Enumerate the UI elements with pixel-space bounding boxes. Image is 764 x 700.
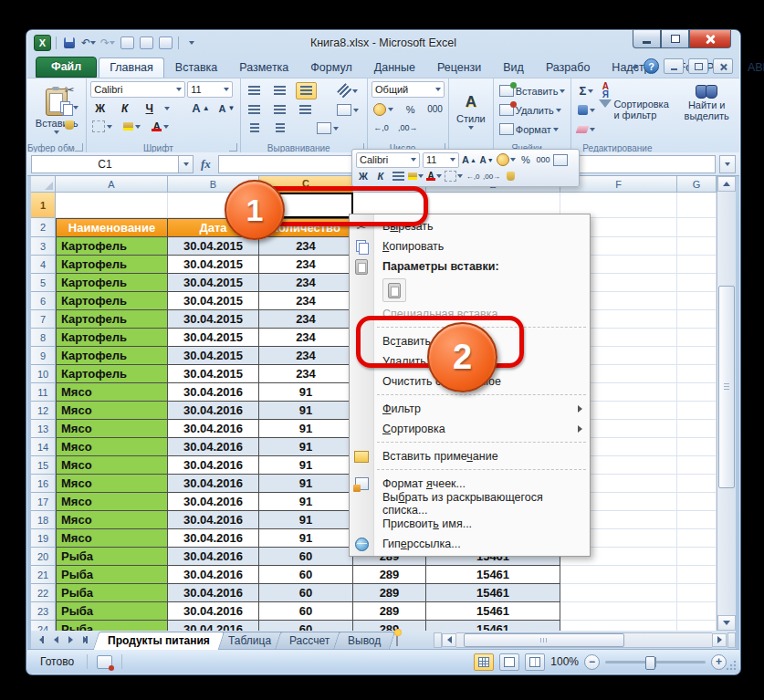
cell-g-3[interactable] (677, 237, 717, 256)
insert-worksheet-tab[interactable] (396, 632, 420, 648)
cell-g-21[interactable] (677, 566, 717, 584)
cell-f-21[interactable] (560, 566, 677, 584)
cell-date-21[interactable]: 30.04.2016 (168, 566, 259, 584)
zoom-level[interactable]: 100% (550, 655, 579, 668)
underline-button[interactable]: Ч (140, 100, 159, 116)
ribbon-tab-главная[interactable]: Главная (99, 57, 164, 78)
shrink-font-button[interactable]: А▼ (217, 100, 237, 116)
find-select-button[interactable]: Найти и выделить (677, 99, 736, 121)
cell-g-6[interactable] (677, 292, 717, 310)
row-header-9[interactable]: 9 (31, 347, 56, 365)
scroll-right-button[interactable] (712, 633, 727, 647)
cell-g-11[interactable] (677, 383, 717, 402)
mini-font-combo[interactable]: Calibri (356, 152, 420, 168)
scroll-up-button[interactable] (717, 176, 736, 192)
cell-qty-10[interactable]: 234 (259, 365, 353, 383)
menu-item-сортировка[interactable]: Сортировка (350, 419, 590, 439)
cell-date-8[interactable]: 30.04.2015 (168, 329, 259, 347)
cell-name-8[interactable]: Картофель (56, 329, 168, 347)
menu-item-гиперссылка[interactable]: Гиперссылка... (350, 534, 590, 554)
autosum-button[interactable]: Σ (575, 83, 597, 99)
cell-date-7[interactable]: 30.04.2015 (168, 310, 259, 329)
cell-date-13[interactable]: 30.04.2016 (168, 420, 259, 438)
cell-name-11[interactable]: Мясо (56, 383, 168, 402)
minimize-ribbon-icon[interactable] (632, 64, 639, 68)
grow-font-button[interactable]: А▲ (190, 100, 211, 116)
mini-font-color-button[interactable]: А (426, 169, 442, 183)
number-format-combo[interactable]: Общий (372, 81, 445, 98)
dialog-launcher-icon[interactable] (75, 143, 83, 151)
row-header-18[interactable]: 18 (31, 511, 56, 529)
cell-date-11[interactable]: 30.04.2016 (168, 383, 259, 402)
last-sheet-button[interactable] (78, 633, 92, 647)
cell-qty-21[interactable]: 60 (259, 566, 353, 584)
normal-view-button[interactable] (474, 653, 494, 671)
ribbon-tab-разрабо[interactable]: Разрабо (535, 57, 601, 78)
cell-date-14[interactable]: 30.04.2016 (168, 438, 259, 456)
mini-fill-color-button[interactable] (408, 169, 424, 183)
cell-qty-14[interactable]: 91 (259, 438, 353, 456)
cut-button[interactable]: ✂ (58, 82, 80, 98)
page-layout-view-button[interactable] (499, 653, 519, 671)
cell-g1[interactable] (677, 193, 717, 218)
mini-center-button[interactable] (391, 169, 405, 183)
sort-filter-button[interactable]: Сортировка и фильтр (613, 99, 670, 120)
macro-record-button[interactable] (97, 655, 112, 669)
custom-qat-button-1[interactable] (119, 36, 135, 51)
increase-indent-button[interactable] (270, 120, 289, 136)
vertical-scroll-thumb[interactable] (718, 286, 735, 488)
cell-name-21[interactable]: Рыба (56, 566, 168, 584)
cell-g-16[interactable] (677, 475, 717, 493)
menu-item-присвоить-имя[interactable]: Присвоить имя... (350, 514, 590, 534)
cell-f-23[interactable] (560, 602, 677, 621)
merge-center-button[interactable] (315, 120, 340, 136)
ribbon-tab-вставка[interactable]: Вставка (164, 57, 228, 78)
cell-date-19[interactable]: 30.04.2016 (168, 529, 259, 548)
menu-item-фильтр[interactable]: Фильтр (350, 399, 590, 419)
format-cells-button[interactable]: Формат (497, 121, 568, 137)
comma-style-button[interactable]: 000 (425, 101, 445, 117)
cell-date-9[interactable]: 30.04.2015 (168, 347, 259, 365)
clear-button[interactable] (575, 121, 597, 137)
row-header-11[interactable]: 11 (31, 383, 56, 402)
ribbon-tab-разметка[interactable]: Разметка (228, 57, 299, 78)
mini-increase-decimal-button[interactable]: ←,0 (466, 169, 480, 183)
save-button[interactable] (61, 36, 78, 51)
cell-date-23[interactable]: 30.04.2016 (168, 602, 259, 621)
cell-qty-16[interactable]: 91 (259, 475, 353, 493)
cell-name-23[interactable]: Рыба (56, 602, 168, 621)
vertical-scrollbar[interactable] (717, 176, 736, 631)
format-painter-button[interactable] (58, 117, 80, 132)
customize-qat-button[interactable] (183, 36, 200, 51)
close-button[interactable] (689, 30, 731, 48)
cell-date-10[interactable]: 30.04.2015 (168, 365, 259, 383)
cell-e-22[interactable]: 15461 (426, 584, 560, 602)
mini-size-combo[interactable]: 11 (423, 152, 459, 168)
custom-qat-button-3[interactable] (157, 36, 173, 51)
cell-name-10[interactable]: Картофель (56, 365, 168, 383)
align-left-button[interactable] (245, 102, 264, 118)
cell-qty-23[interactable]: 60 (259, 602, 353, 621)
decrease-decimal-button[interactable]: ,00→ (396, 120, 420, 135)
cell-qty-9[interactable]: 234 (259, 347, 353, 365)
cell-g-17[interactable] (677, 493, 717, 511)
first-sheet-button[interactable] (35, 633, 48, 647)
wrap-text-button[interactable] (335, 102, 361, 118)
dialog-launcher-icon[interactable] (229, 143, 237, 151)
cell-f-24[interactable] (560, 621, 677, 631)
cell-g-10[interactable] (677, 365, 717, 383)
row-header-24[interactable]: 24 (31, 621, 56, 631)
row-header-10[interactable]: 10 (31, 365, 56, 383)
horizontal-scroll-thumb[interactable] (464, 633, 623, 647)
ribbon-tab-abbyy-pd[interactable]: ABBYY PD (737, 57, 764, 78)
undo-button[interactable]: ↶ (80, 36, 97, 51)
row-header-17[interactable]: 17 (31, 493, 56, 511)
row-header-4[interactable]: 4 (31, 256, 56, 274)
row-header-16[interactable]: 16 (31, 475, 56, 493)
horizontal-scroll-track[interactable] (456, 632, 712, 648)
expand-formula-bar-button[interactable] (719, 155, 736, 173)
page-break-view-button[interactable] (525, 653, 545, 671)
row-header-13[interactable]: 13 (31, 420, 56, 438)
align-bottom-button[interactable] (296, 82, 317, 99)
row-header-23[interactable]: 23 (31, 602, 56, 621)
